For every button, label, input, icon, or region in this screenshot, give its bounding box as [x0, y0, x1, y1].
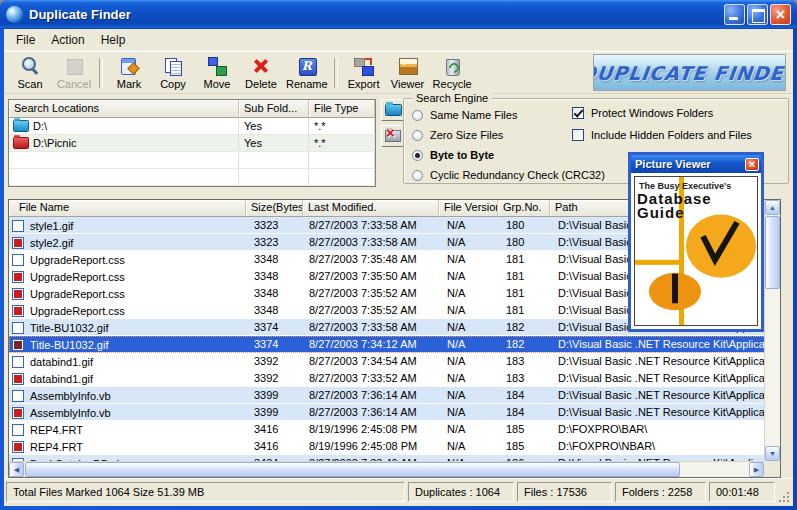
title-bar[interactable]: Duplicate Finder — [0, 0, 797, 29]
mark-checkbox[interactable] — [12, 441, 24, 453]
file-group: 184 — [498, 387, 550, 404]
location-row-d[interactable]: D:\ Yes *.* — [9, 118, 375, 135]
maximize-button[interactable] — [747, 4, 768, 25]
file-group: 185 — [498, 421, 550, 438]
menu-bar: File Action Help — [4, 29, 793, 51]
mark-button[interactable]: Mark — [107, 53, 151, 93]
checkbox-protect-windows-folders[interactable]: Protect Windows Folders — [572, 102, 752, 124]
column-header-filetype[interactable]: File Type — [309, 100, 375, 118]
file-row[interactable]: AssemblyInfo.vb 3399 8/27/2003 7:36:14 A… — [9, 387, 766, 404]
column-header-file-name[interactable]: File Name — [9, 200, 246, 217]
remove-folder-button[interactable] — [381, 125, 405, 147]
mark-checkbox[interactable] — [12, 373, 24, 385]
picture-preview: The Busy Executive's Database Guide — [634, 176, 758, 326]
scroll-left-icon[interactable] — [9, 462, 24, 477]
mark-checkbox[interactable] — [12, 237, 24, 249]
mark-checkbox[interactable] — [12, 271, 24, 283]
file-version: N/A — [439, 319, 498, 336]
delete-icon — [249, 56, 273, 76]
radio-label: Cyclic Redundancy Check (CRC32) — [430, 169, 605, 181]
file-row[interactable]: REP4.FRT 3416 8/19/1996 2:45:08 PM N/A 1… — [9, 421, 766, 438]
mark-checkbox[interactable] — [12, 220, 24, 232]
mark-checkbox[interactable] — [12, 254, 24, 266]
scan-button[interactable]: Scan — [8, 53, 52, 93]
file-size: 3323 — [246, 217, 303, 234]
radio-label: Same Name Files — [430, 109, 517, 121]
file-row[interactable]: databind1.gif 3392 8/27/2003 7:34:54 AM … — [9, 353, 766, 370]
file-row[interactable]: REP4.FRT 3416 8/19/1996 2:45:08 PM N/A 1… — [9, 438, 766, 455]
mark-checkbox[interactable] — [12, 305, 24, 317]
scroll-up-icon[interactable] — [765, 200, 780, 215]
file-size: 3348 — [246, 285, 303, 302]
checkbox-include-hidden[interactable]: Include Hidden Folders and Files — [572, 124, 752, 146]
status-bar: Total Files Marked 1064 Size 51.39 MB Du… — [4, 478, 793, 506]
file-modified: 8/27/2003 7:35:52 AM — [303, 302, 439, 319]
picture-viewer-title: Picture Viewer — [635, 158, 745, 170]
column-header-group-number[interactable]: Grp.No. — [498, 200, 550, 217]
cancel-button[interactable]: Cancel — [52, 53, 96, 93]
vertical-scrollbar[interactable] — [764, 200, 780, 461]
file-group: 185 — [498, 438, 550, 455]
mark-checkbox[interactable] — [12, 356, 24, 368]
file-row[interactable]: databind1.gif 3392 8/27/2003 7:33:52 AM … — [9, 370, 766, 387]
group-title: Search Engine — [412, 92, 492, 104]
minimize-button[interactable] — [724, 4, 745, 25]
move-button[interactable]: Move — [195, 53, 239, 93]
file-name: Title-BU1032.gif — [30, 337, 108, 353]
location-row-picnic[interactable]: D:\Picnic Yes *.* — [9, 135, 375, 152]
empty-row — [9, 152, 375, 169]
recycle-button[interactable]: Recycle — [430, 53, 475, 93]
column-header-search-locations[interactable]: Search Locations — [9, 100, 239, 118]
copy-button[interactable]: Copy — [151, 53, 195, 93]
location-filetype: *.* — [309, 118, 375, 134]
export-button[interactable]: Export — [342, 53, 386, 93]
viewer-button[interactable]: Viewer — [386, 53, 430, 93]
menu-help[interactable]: Help — [93, 30, 134, 50]
rename-icon — [295, 56, 319, 76]
file-group: 180 — [498, 217, 550, 234]
column-header-file-version[interactable]: File Version — [439, 200, 498, 217]
file-path: D:\Visual Basic .NET Resource Kit\Applic… — [550, 353, 766, 370]
radio-icon — [412, 110, 423, 121]
mark-checkbox[interactable] — [12, 288, 24, 300]
app-logo: DUPLICATE FINDER — [593, 54, 786, 91]
file-row[interactable]: Title-BU1032.gif 3374 8/27/2003 7:34:12 … — [9, 336, 766, 353]
file-version: N/A — [439, 302, 498, 319]
column-header-size[interactable]: Size(Bytes) — [246, 200, 303, 217]
scroll-down-icon[interactable] — [765, 446, 780, 461]
delete-button[interactable]: Delete — [239, 53, 283, 93]
add-folder-button[interactable] — [381, 99, 405, 121]
menu-action[interactable]: Action — [43, 30, 92, 50]
mark-checkbox[interactable] — [12, 390, 24, 402]
mark-checkbox[interactable] — [12, 322, 24, 334]
horizontal-scrollbar[interactable] — [9, 461, 764, 477]
horizontal-scroll-thumb[interactable] — [25, 462, 680, 477]
rename-button[interactable]: Rename — [283, 53, 331, 93]
picture-viewer-close-button[interactable] — [745, 158, 759, 171]
column-header-subfolders[interactable]: Sub Fold... — [239, 100, 309, 118]
checkbox-icon — [572, 107, 584, 119]
file-row[interactable]: AssemblyInfo.vb 3399 8/27/2003 7:36:14 A… — [9, 404, 766, 421]
file-name: AssemblyInfo.vb — [30, 405, 111, 421]
status-folders: Folders : 2258 — [615, 482, 706, 502]
file-path: D:\Visual Basic .NET Resource Kit\Applic… — [550, 336, 766, 353]
file-name: UpgradeReport.css — [30, 286, 125, 302]
scroll-right-icon[interactable] — [749, 462, 764, 477]
mark-checkbox[interactable] — [12, 339, 24, 351]
radio-byte-to-byte[interactable]: Byte to Byte — [412, 145, 605, 165]
column-header-last-modified[interactable]: Last Modified. — [303, 200, 439, 217]
vertical-scroll-thumb[interactable] — [765, 216, 780, 289]
close-button[interactable] — [770, 4, 791, 25]
remove-folder-icon — [386, 131, 400, 141]
mark-checkbox[interactable] — [12, 407, 24, 419]
menu-file[interactable]: File — [8, 30, 43, 50]
radio-crc32[interactable]: Cyclic Redundancy Check (CRC32) — [412, 165, 605, 185]
location-buttons — [381, 99, 405, 151]
picture-viewer-titlebar[interactable]: Picture Viewer — [631, 155, 761, 173]
mark-checkbox[interactable] — [12, 424, 24, 436]
file-name: REP4.FRT — [30, 439, 83, 455]
file-size: 3416 — [246, 438, 303, 455]
status-duplicates: Duplicates : 1064 — [408, 482, 514, 502]
cancel-icon — [62, 56, 86, 76]
file-modified: 8/27/2003 7:35:48 AM — [303, 251, 439, 268]
